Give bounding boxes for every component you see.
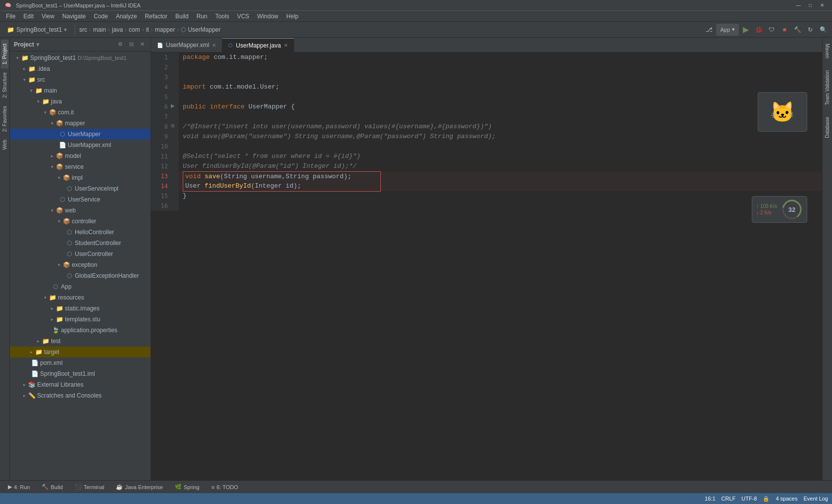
- tree-item-app[interactable]: ⬡ App: [10, 281, 151, 292]
- run-config-selector[interactable]: App ▾: [716, 24, 739, 36]
- tree-item-comit[interactable]: ▾ 📦 com.it: [10, 107, 151, 118]
- tree-item-impl[interactable]: ▾ 📦 impl: [10, 172, 151, 183]
- tab-close-xml[interactable]: ✕: [212, 43, 216, 48]
- run-tab[interactable]: ▶ 4: Run: [4, 481, 34, 494]
- status-position: 16:1: [705, 496, 715, 502]
- maximize-button[interactable]: □: [804, 0, 816, 11]
- tree-item-pom[interactable]: 📄 pom.xml: [10, 357, 151, 368]
- menu-help[interactable]: Help: [282, 11, 303, 22]
- build-tab[interactable]: 🔨 Build: [38, 481, 66, 494]
- java-icon-userctrl: ⬡: [65, 250, 73, 258]
- tree-item-src[interactable]: ▾ 📁 src: [10, 74, 151, 85]
- tree-item-usermapper[interactable]: ⬡ UserMapper: [10, 129, 151, 140]
- maven-tab[interactable]: Maven: [824, 40, 831, 62]
- tree-item-idea[interactable]: ▸ 📁 .idea: [10, 63, 151, 74]
- code-editor[interactable]: 1 package com.it.mapper; 2 3: [151, 52, 822, 480]
- terminal-tab[interactable]: ⬛ Terminal: [71, 481, 108, 494]
- tree-item-java[interactable]: ▾ 📁 java: [10, 96, 151, 107]
- todo-tab[interactable]: ≡ 6: TODO: [208, 481, 242, 494]
- bottom-tabs-bar: ▶ 4: Run 🔨 Build ⬛ Terminal ☕ Java Enter…: [0, 480, 832, 493]
- tree-item-static-images[interactable]: ▸ 📁 static.images: [10, 303, 151, 314]
- minimize-button[interactable]: —: [792, 0, 804, 11]
- tree-item-exception[interactable]: ▾ 📦 exception: [10, 259, 151, 270]
- tab-usermapper-xml[interactable]: 📄 UserMapper.xml ✕: [151, 38, 222, 52]
- line-num-2: 2: [151, 62, 171, 72]
- speed-value: 32: [788, 206, 795, 213]
- stop-button[interactable]: ■: [779, 24, 790, 36]
- tree-item-mapper[interactable]: ▾ 📦 mapper: [10, 118, 151, 129]
- tree-item-web[interactable]: ▾ 📦 web: [10, 205, 151, 216]
- status-encoding: UTF-8: [741, 496, 757, 502]
- expand-icon-mapper: ▾: [49, 121, 55, 126]
- tree-item-target[interactable]: ▸ 📁 target: [10, 347, 151, 357]
- tab-close-java[interactable]: ✕: [284, 43, 288, 48]
- menu-analyze[interactable]: Analyze: [112, 11, 141, 22]
- project-settings-icon[interactable]: ⚙: [116, 40, 125, 49]
- web-tab[interactable]: Web: [1, 136, 8, 153]
- tree-item-globalexception[interactable]: ⬡ GlobalExceptionHandler: [10, 270, 151, 281]
- debug-button[interactable]: 🐞: [753, 24, 765, 36]
- favorites-tab[interactable]: 2: Favorites: [1, 102, 8, 136]
- tree-item-usercontroller[interactable]: ⬡ UserController: [10, 249, 151, 259]
- tree-label-test: test: [51, 338, 60, 345]
- close-button[interactable]: ✕: [816, 0, 828, 11]
- main-area: 1: Project 2: Structure 2: Favorites Web…: [0, 38, 832, 480]
- tree-item-resources[interactable]: ▾ 📁 resources: [10, 292, 151, 303]
- menu-tools[interactable]: Tools: [211, 11, 233, 22]
- menu-build[interactable]: Build: [171, 11, 193, 22]
- project-label: SpringBoot_test1: [16, 26, 62, 33]
- tree-item-userservice[interactable]: ⬡ UserService: [10, 194, 151, 205]
- code-line-1: package com.it.mapper;: [179, 52, 822, 62]
- menu-view[interactable]: View: [38, 11, 58, 22]
- gutter-2: [171, 62, 179, 72]
- expand-icon-service: ▾: [49, 164, 55, 169]
- tree-item-templates-stu[interactable]: ▸ 📁 templates.stu: [10, 314, 151, 325]
- project-tab[interactable]: 1: Project: [1, 40, 8, 68]
- menu-run[interactable]: Run: [193, 11, 211, 22]
- tree-item-root[interactable]: ▾ 📁 SpringBoot_test1 D:\SpringBoot_test1: [10, 52, 151, 63]
- java-icon-userservice: ⬡: [58, 196, 66, 203]
- menu-window[interactable]: Window: [253, 11, 282, 22]
- structure-tab[interactable]: 2: Structure: [1, 68, 8, 102]
- collapse-all-icon[interactable]: ⊟: [127, 40, 136, 49]
- tree-label-userservice: UserService: [68, 196, 100, 203]
- tree-item-appprops[interactable]: 🍃 application.properties: [10, 325, 151, 336]
- search-everywhere[interactable]: 🔍: [817, 24, 829, 36]
- tree-item-usermapper-xml[interactable]: 📄 UserMapper.xml: [10, 140, 151, 151]
- java-enterprise-tab[interactable]: ☕ Java Enterprise: [112, 481, 166, 494]
- close-panel-icon[interactable]: ✕: [138, 40, 147, 49]
- menu-navigate[interactable]: Navigate: [58, 11, 90, 22]
- menu-refactor[interactable]: Refactor: [141, 11, 171, 22]
- menu-edit[interactable]: Edit: [19, 11, 38, 22]
- status-event-log[interactable]: Event Log: [803, 496, 828, 502]
- menu-file[interactable]: File: [2, 11, 19, 22]
- tree-item-iml[interactable]: 📄 SpringBoot_test1.iml: [10, 368, 151, 379]
- tab-usermapper-java[interactable]: ⬡ UserMapper.java ✕: [222, 38, 294, 52]
- git-icon[interactable]: ⎇: [703, 24, 715, 36]
- database-tab[interactable]: Database: [824, 113, 831, 142]
- sync-button[interactable]: ↻: [804, 24, 816, 36]
- code-row-13: 13 void save(String username,String pass…: [151, 171, 822, 181]
- tree-label-app: App: [61, 283, 71, 290]
- build-button[interactable]: 🔨: [791, 24, 803, 36]
- tree-item-scratches[interactable]: ▸ ✏️ Scratches and Consoles: [10, 390, 151, 401]
- tree-item-studentcontroller[interactable]: ⬡ StudentController: [10, 238, 151, 249]
- tree-item-service[interactable]: ▾ 📦 service: [10, 161, 151, 172]
- menu-vcs[interactable]: VCS: [233, 11, 254, 22]
- code-line-10: [179, 142, 822, 151]
- breadcrumb-usermapper: ⬡: [181, 26, 186, 33]
- folder-icon-java: 📁: [42, 98, 50, 105]
- tree-item-userserviceimpl[interactable]: ⬡ UserServiceImpl: [10, 183, 151, 194]
- breadcrumb-sep5: ›: [151, 26, 153, 33]
- tree-item-extlibs[interactable]: ▸ 📚 External Libraries: [10, 379, 151, 390]
- tree-item-controller[interactable]: ▾ 📦 controller: [10, 216, 151, 227]
- tree-item-model[interactable]: ▸ 📦 model: [10, 151, 151, 161]
- tree-item-test[interactable]: ▸ 📁 test: [10, 336, 151, 347]
- run-button[interactable]: ▶: [740, 24, 752, 36]
- spring-tab[interactable]: 🌿 Spring: [171, 481, 204, 494]
- tree-item-main[interactable]: ▾ 📁 main: [10, 85, 151, 96]
- team-validation-tab[interactable]: Team Validation: [824, 66, 831, 109]
- menu-code[interactable]: Code: [90, 11, 112, 22]
- run-with-coverage[interactable]: 🛡: [766, 24, 778, 36]
- tree-item-hellocontroller[interactable]: ⬡ HelloController: [10, 227, 151, 238]
